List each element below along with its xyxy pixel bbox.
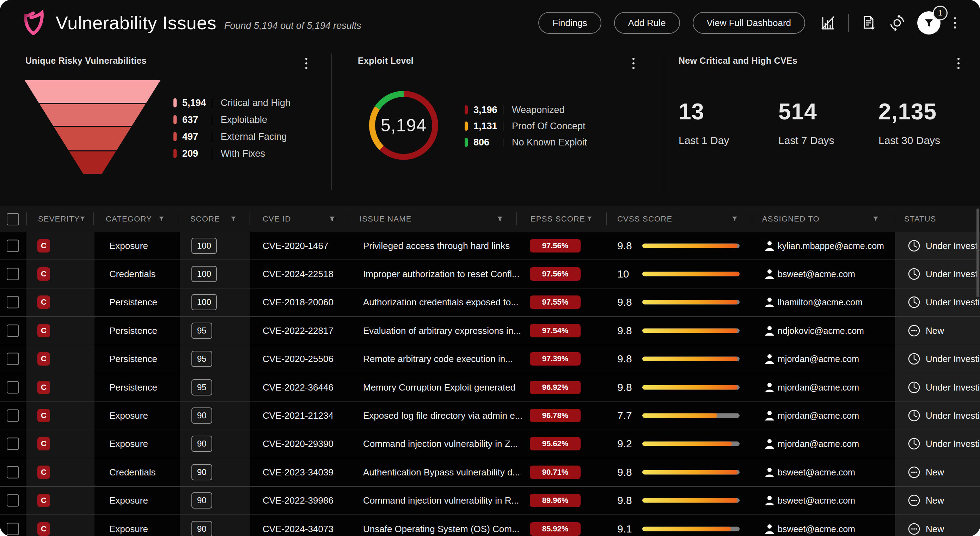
- issue-name-cell: Exposed log file directory via admin e..…: [363, 410, 522, 421]
- legend-divider: [503, 122, 503, 131]
- row-checkbox[interactable]: [7, 523, 19, 535]
- panel-title-exploit-level: Exploit Level: [358, 56, 414, 66]
- select-all-checkbox[interactable]: [7, 213, 19, 225]
- donut-hole: 5,194: [375, 97, 432, 154]
- table-row[interactable]: C Persistence 95 CVE-2022-36446 Memory C…: [0, 373, 980, 401]
- cvss-score-bar-fill: [642, 300, 737, 304]
- column-header-score[interactable]: SCORE: [190, 214, 220, 224]
- column-header-epss-score[interactable]: EPSS SCORE: [531, 214, 585, 224]
- assigned-to-email: kylian.mbappe@acme.com: [778, 241, 884, 251]
- scrollbar[interactable]: [977, 208, 979, 297]
- column-header-cve-id[interactable]: CVE ID: [262, 214, 291, 224]
- table-row[interactable]: C Exposure 90 CVE-2024-34073 Unsafe Oper…: [0, 515, 980, 536]
- user-icon: [764, 438, 775, 449]
- assigned-to-email: bsweet@acme.com: [778, 467, 855, 477]
- filter-icon[interactable]: [587, 216, 592, 222]
- legend-item: 497External Facing: [173, 128, 291, 145]
- table-row[interactable]: C Exposure 100 CVE-2020-1467 Privileged …: [0, 232, 980, 260]
- stat-value: 2,135: [878, 98, 940, 125]
- assigned-to-email: ndjokovic@acme.com: [778, 325, 864, 336]
- row-checkbox[interactable]: [7, 409, 19, 422]
- score-cell: 90: [191, 464, 212, 480]
- table-row[interactable]: C Persistence 100 CVE-2018-20060 Authori…: [0, 289, 980, 317]
- issue-name-cell: Unsafe Operating System (OS) Com...: [363, 523, 520, 534]
- column-header-issue-name[interactable]: ISSUE NAME: [360, 214, 412, 224]
- score-cell: 100: [191, 294, 217, 310]
- legend-marker: [173, 149, 177, 158]
- funnel-icon: [924, 17, 934, 28]
- filter-icon[interactable]: [231, 216, 236, 222]
- stat-label: Last 1 Day: [679, 135, 729, 146]
- filter-icon[interactable]: [497, 216, 503, 222]
- add-rule-button[interactable]: Add Rule: [614, 12, 680, 34]
- cvss-score-bar: [642, 526, 740, 531]
- row-checkbox[interactable]: [7, 353, 19, 365]
- table-row[interactable]: C Credentials 100 CVE-2024-22518 Imprope…: [0, 260, 980, 288]
- filter-icon[interactable]: [873, 216, 878, 222]
- assigned-to-email: mjordan@acme.com: [778, 354, 859, 364]
- row-checkbox[interactable]: [7, 268, 19, 280]
- table-row[interactable]: C Exposure 90 CVE-2020-29390 Command inj…: [0, 430, 980, 458]
- cve-id-cell: CVE-2022-22817: [262, 325, 334, 336]
- stat-last-1-day: 13 Last 1 Day: [679, 98, 729, 146]
- cvss-score-bar-fill: [642, 243, 737, 248]
- view-full-dashboard-button[interactable]: View Full Dashboard: [693, 12, 805, 34]
- table-row[interactable]: C Persistence 95 CVE-2022-22817 Evaluati…: [0, 317, 980, 345]
- column-divider: [250, 212, 250, 225]
- user-icon: [764, 466, 775, 478]
- legend-item: 806No Known Exploit: [465, 134, 587, 151]
- stat-last-7-days: 514 Last 7 Days: [778, 98, 834, 146]
- score-cell: 95: [191, 323, 212, 339]
- row-checkbox[interactable]: [7, 438, 19, 450]
- severity-column-stripe: [26, 317, 94, 344]
- export-document-icon[interactable]: [861, 15, 877, 31]
- row-checkbox[interactable]: [7, 381, 19, 393]
- table-row[interactable]: C Exposure 90 CVE-2022-39986 Command inj…: [0, 487, 980, 515]
- severity-column-stripe: [26, 289, 94, 316]
- legend-marker: [465, 105, 468, 114]
- findings-button[interactable]: Findings: [538, 12, 601, 34]
- row-checkbox[interactable]: [7, 324, 19, 337]
- cves-panel-menu-icon[interactable]: [956, 56, 961, 70]
- epss-score-badge: 97.56%: [530, 239, 581, 252]
- status-text: New: [926, 466, 944, 477]
- funnel-panel-menu-icon[interactable]: [304, 56, 309, 70]
- filter-icon[interactable]: [732, 216, 737, 222]
- column-header-assigned-to[interactable]: ASSIGNED TO: [762, 214, 819, 224]
- table-row[interactable]: C Persistence 95 CVE-2020-25506 Remote a…: [0, 345, 980, 373]
- column-header-severity[interactable]: SEVERITY: [38, 214, 80, 224]
- chart-slash-icon[interactable]: [820, 15, 836, 31]
- filter-icon[interactable]: [159, 216, 164, 222]
- page-title: Vulnerability Issues: [56, 12, 216, 33]
- filter-icon[interactable]: [329, 216, 335, 222]
- donut-panel-menu-icon[interactable]: [631, 56, 636, 70]
- legend-divider: [212, 132, 212, 141]
- table-row[interactable]: C Credentials 90 CVE-2023-34039 Authenti…: [0, 458, 980, 486]
- row-checkbox[interactable]: [7, 466, 19, 478]
- severity-badge: C: [37, 267, 50, 281]
- legend-marker: [173, 115, 177, 124]
- refresh-icon[interactable]: [889, 15, 905, 31]
- row-checkbox[interactable]: [7, 495, 19, 507]
- column-header-cvss-score[interactable]: CVSS SCORE: [617, 214, 672, 224]
- severity-badge: C: [37, 437, 50, 450]
- kebab-menu-icon[interactable]: [953, 16, 958, 30]
- assigned-to-email: mjordan@acme.com: [778, 439, 859, 449]
- epss-score-badge: 89.96%: [530, 494, 581, 507]
- panel-title-new-critical-high-cves: New Critical and High CVEs: [679, 56, 797, 66]
- category-cell: Credentials: [109, 269, 156, 280]
- severity-badge: C: [37, 381, 50, 394]
- score-column-stripe: [180, 487, 250, 514]
- row-checkbox[interactable]: [7, 296, 19, 309]
- cvss-score-bar-fill: [642, 470, 737, 474]
- table-row[interactable]: C Exposure 90 CVE-2021-21234 Exposed log…: [0, 401, 980, 430]
- column-header-status[interactable]: STATUS: [904, 214, 936, 224]
- legend-item: 209With Fixes: [173, 145, 291, 162]
- filter-icon[interactable]: [80, 216, 85, 222]
- column-divider: [179, 212, 179, 225]
- score-column-stripe: [180, 515, 250, 536]
- row-checkbox[interactable]: [7, 239, 19, 252]
- user-icon: [764, 382, 775, 393]
- user-filter-avatar[interactable]: 1: [917, 11, 940, 35]
- column-header-category[interactable]: CATEGORY: [106, 214, 152, 224]
